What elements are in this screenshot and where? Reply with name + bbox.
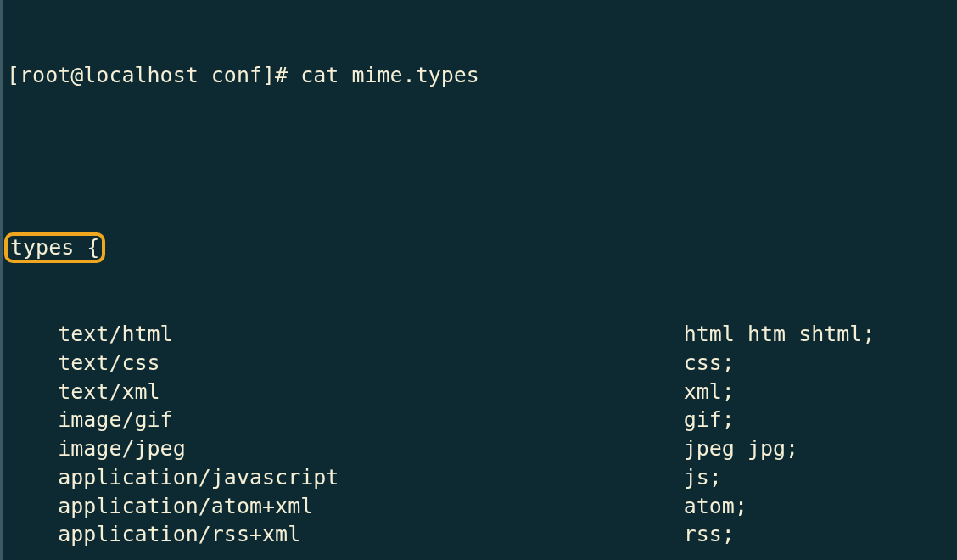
blank-line [7, 147, 957, 176]
indent [7, 520, 58, 549]
mime-ext: jpeg jpg; [684, 434, 957, 463]
prompt-prefix: [root@localhost conf]# [7, 63, 288, 87]
mime-ext: xml; [684, 378, 957, 406]
mime-type: text/css [58, 349, 684, 378]
mime-type: text/xml [58, 378, 684, 406]
mime-type: image/gif [58, 406, 684, 434]
indent [7, 434, 58, 463]
mime-row: text/xmlxml; [7, 378, 957, 406]
command-text: cat mime.types [300, 63, 479, 87]
mime-row: text/htmlhtml htm shtml; [7, 320, 957, 349]
blank-line [7, 549, 957, 560]
mime-ext: css; [684, 349, 957, 378]
mime-ext: js; [684, 463, 957, 492]
mime-row: image/jpegjpeg jpg; [7, 434, 957, 463]
indent [7, 320, 58, 349]
mime-ext: rss; [684, 520, 957, 549]
mime-row: text/csscss; [7, 349, 957, 378]
indent [7, 349, 58, 378]
indent [7, 463, 58, 492]
mime-row: application/atom+xmlatom; [7, 492, 957, 521]
mime-row: application/rss+xmlrss; [7, 520, 957, 549]
indent [7, 492, 58, 521]
mime-ext: gif; [684, 406, 957, 434]
mime-ext: html htm shtml; [684, 320, 957, 349]
types-opener-line: types { [7, 232, 957, 263]
prompt-line: [root@localhost conf]# cat mime.types [7, 61, 957, 90]
terminal-output: [root@localhost conf]# cat mime.types ty… [0, 0, 957, 560]
mime-type: image/jpeg [58, 434, 684, 463]
mime-row: image/gifgif; [7, 406, 957, 434]
mime-type: application/atom+xml [58, 492, 684, 521]
mime-ext: atom; [684, 492, 957, 521]
mime-type: text/html [58, 320, 684, 349]
highlight-box: types { [4, 232, 105, 263]
mime-row: application/javascriptjs; [7, 463, 957, 492]
indent [7, 378, 58, 406]
mime-type: application/javascript [58, 463, 684, 492]
mime-type: application/rss+xml [58, 520, 684, 549]
indent [7, 406, 58, 434]
